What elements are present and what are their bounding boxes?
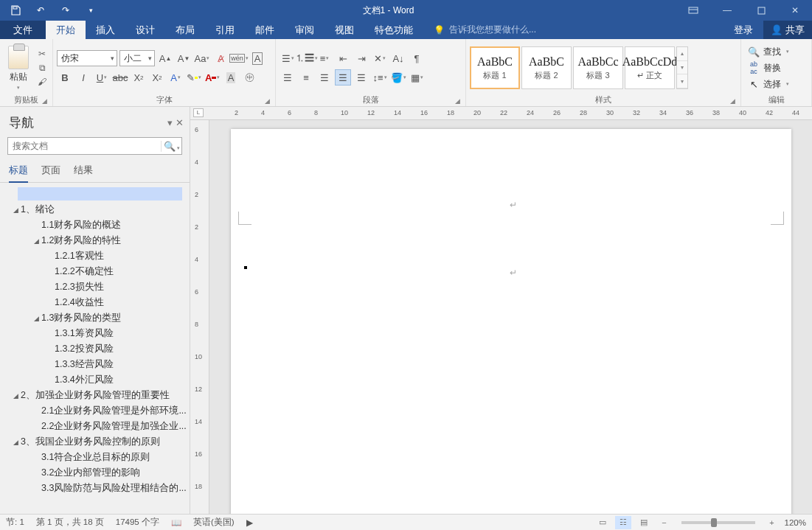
styles-scroll[interactable]: ▴▾▾ (676, 46, 688, 89)
style-item[interactable]: AaBbC标题 1 (470, 46, 520, 89)
multilevel-icon[interactable]: ≡ (316, 50, 333, 66)
status-page[interactable]: 第 1 页，共 18 页 (36, 517, 104, 528)
increase-indent-icon[interactable]: ⇥ (353, 50, 369, 66)
zoom-level[interactable]: 120% (785, 518, 806, 527)
tab-special[interactable]: 特色功能 (364, 21, 423, 39)
subscript-icon[interactable]: X2 (131, 69, 147, 86)
page-scroll[interactable]: ↵ ↵ (209, 120, 812, 514)
share-button[interactable]: 👤共享 (763, 21, 812, 39)
close-pane-icon[interactable]: ✕ (176, 117, 184, 128)
copy-icon[interactable]: ⧉ (35, 62, 49, 74)
tree-item[interactable]: 1.3.2投资风险 (3, 341, 187, 357)
nav-tab-pages[interactable]: 页面 (41, 164, 60, 182)
macro-icon[interactable]: ▶ (246, 517, 253, 528)
align-center-icon[interactable]: ≡ (298, 69, 314, 86)
tab-references[interactable]: 引用 (205, 21, 245, 39)
justify-icon[interactable]: ☰ (335, 69, 351, 86)
undo-icon[interactable]: ↶ (31, 2, 50, 18)
maximize-icon[interactable] (744, 0, 778, 21)
tree-item[interactable]: 2.2企业财务风险管理是加强企业... (3, 419, 187, 434)
tree-item[interactable]: 1.2.2不确定性 (3, 264, 187, 279)
font-size-combo[interactable]: 小二 (119, 50, 155, 66)
paste-button[interactable]: 粘贴 ▾ (4, 46, 33, 91)
change-case-icon[interactable]: Aa (194, 50, 210, 66)
tree-item[interactable]: 3.1符合企业总目标的原则 (3, 450, 187, 465)
highlight-icon[interactable]: ✎ (186, 69, 202, 86)
tree-item[interactable]: 3.2企业内部管理的影响 (3, 465, 187, 481)
tree-item[interactable]: 1.2.1客观性 (3, 248, 187, 264)
twisty-icon[interactable]: ◢ (31, 315, 41, 322)
tree-item[interactable]: 1.3.4外汇风险 (3, 372, 187, 388)
zoom-slider[interactable] (681, 521, 755, 524)
tab-layout[interactable]: 布局 (165, 21, 205, 39)
nav-tab-headings[interactable]: 标题 (9, 164, 28, 183)
ruler-horizontal[interactable]: L 24681012141618202224262830323436384042… (190, 107, 812, 120)
align-left-icon[interactable]: ☰ (280, 69, 296, 86)
tab-design[interactable]: 设计 (125, 21, 165, 39)
decrease-indent-icon[interactable]: ⇤ (335, 50, 351, 66)
status-section[interactable]: 节: 1 (6, 517, 24, 528)
tab-insert[interactable]: 插入 (86, 21, 125, 39)
style-item[interactable]: AaBbCcDd↵ 正文 (625, 46, 675, 89)
show-marks-icon[interactable]: ¶ (409, 50, 425, 66)
text-effects-icon[interactable]: A (167, 69, 184, 86)
sort-icon[interactable]: A↓ (390, 50, 406, 66)
save-icon[interactable] (6, 2, 25, 18)
select-button[interactable]: ↖选择▾ (745, 77, 792, 92)
tab-file[interactable]: 文件 (0, 21, 46, 39)
format-painter-icon[interactable]: 🖌 (35, 76, 49, 88)
nav-tree[interactable]: ◢1、绪论1.1财务风险的概述◢1.2财务风险的特性1.2.1客观性1.2.2不… (0, 183, 190, 514)
search-input[interactable] (8, 141, 161, 151)
nav-search[interactable]: 🔍 (7, 137, 182, 155)
search-icon[interactable]: 🔍 (161, 141, 181, 152)
launcher-icon[interactable]: ◢ (730, 97, 735, 105)
distributed-icon[interactable]: ☰ (353, 69, 369, 86)
bold-icon[interactable]: B (57, 69, 73, 86)
page[interactable]: ↵ ↵ (231, 129, 791, 514)
tree-item[interactable]: ◢1.2财务风险的特性 (3, 233, 187, 248)
font-family-combo[interactable]: 仿宋 (57, 50, 117, 66)
grow-font-icon[interactable]: A▲ (157, 50, 173, 66)
twisty-icon[interactable]: ◢ (31, 237, 41, 245)
replace-button[interactable]: abac替换 (745, 60, 792, 76)
launcher-icon[interactable]: ◢ (42, 97, 47, 105)
numbering-icon[interactable]: ⒈☰ (298, 50, 314, 66)
tree-item[interactable]: 1.3.1筹资风险 (3, 326, 187, 341)
tab-view[interactable]: 视图 (325, 21, 364, 39)
char-border-icon[interactable]: A (249, 50, 266, 66)
borders-icon[interactable]: ▦ (409, 69, 425, 86)
superscript-icon[interactable]: X2 (149, 69, 165, 86)
clear-format-icon[interactable]: A̷ (212, 50, 229, 66)
tree-item[interactable]: ◢3、我国企业财务风险控制的原则 (3, 434, 187, 450)
shrink-font-icon[interactable]: A▼ (176, 50, 192, 66)
tree-item[interactable]: ◢1、绪论 (3, 202, 187, 217)
close-icon[interactable]: ✕ (778, 0, 812, 21)
line-spacing-icon[interactable]: ↕≡ (372, 69, 388, 86)
login-button[interactable]: 登录 (723, 21, 763, 39)
bullets-icon[interactable]: ☰ (280, 50, 296, 66)
strikethrough-icon[interactable]: abc (112, 69, 128, 86)
underline-icon[interactable]: U (94, 69, 110, 86)
ribbon-display-icon[interactable] (676, 0, 710, 21)
view-web-icon[interactable]: ▤ (636, 516, 652, 529)
tree-item[interactable]: 3.3风险防范与风险处理相结合的... (3, 481, 187, 496)
style-item[interactable]: AaBbC标题 2 (521, 46, 572, 89)
tab-selector-icon[interactable]: L (193, 108, 204, 117)
italic-icon[interactable]: I (75, 69, 91, 86)
zoom-out-icon[interactable]: − (656, 516, 673, 529)
scroll-down-icon[interactable]: ▾ (677, 61, 687, 75)
scroll-up-icon[interactable]: ▴ (677, 47, 687, 61)
tab-review[interactable]: 审阅 (285, 21, 325, 39)
tab-mailings[interactable]: 邮件 (245, 21, 285, 39)
status-words[interactable]: 17495 个字 (116, 517, 159, 528)
status-language[interactable]: 英语(美国) (193, 517, 235, 528)
view-read-icon[interactable]: ▭ (594, 516, 611, 529)
tree-item[interactable]: 1.3.3经营风险 (3, 357, 187, 372)
launcher-icon[interactable]: ◢ (455, 97, 460, 105)
char-shading-icon[interactable]: A (223, 69, 239, 86)
spellcheck-icon[interactable]: 📖 (171, 517, 181, 528)
tree-item[interactable]: ◢2、加强企业财务风险管理的重要性 (3, 388, 187, 403)
asian-layout-icon[interactable]: ✕ (372, 50, 388, 66)
twisty-icon[interactable]: ◢ (10, 439, 21, 446)
tree-item[interactable]: ◢1.3财务风险的类型 (3, 310, 187, 326)
